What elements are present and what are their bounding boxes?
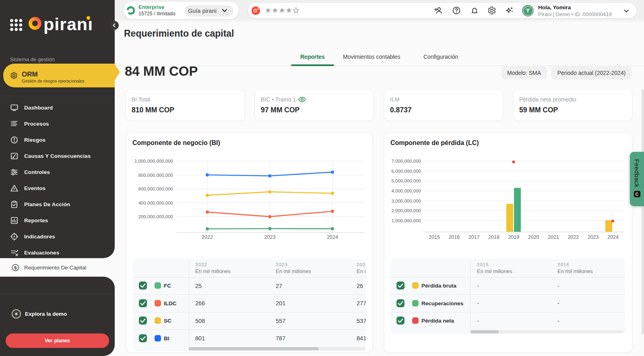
svg-text:2021: 2021 [548,234,559,240]
svg-text:3,000,000,000: 3,000,000,000 [391,199,421,203]
svg-text:800,000,000,000: 800,000,000,000 [138,173,173,178]
svg-text:4,000,000,000: 4,000,000,000 [391,188,421,193]
svg-text:2015: 2015 [429,234,440,240]
svg-text:2018: 2018 [488,234,500,240]
svg-text:5,000,000,000: 5,000,000,000 [391,178,421,183]
svg-text:7,000,000,000: 7,000,000,000 [391,159,421,164]
svg-text:2024: 2024 [607,234,619,240]
svg-text:2016: 2016 [448,234,460,240]
svg-text:2022: 2022 [568,234,579,240]
svg-text:600,000,000,000: 600,000,000,000 [138,186,173,191]
svg-text:2024: 2024 [327,234,338,240]
svg-text:2017: 2017 [469,234,480,240]
svg-text:400,000,000,000: 400,000,000,000 [138,201,173,205]
svg-text:2023: 2023 [588,234,599,240]
svg-text:1,000,000,000: 1,000,000,000 [391,218,421,223]
svg-text:6,000,000,000: 6,000,000,000 [391,169,421,174]
svg-text:200,000,000,000: 200,000,000,000 [138,214,173,219]
svg-text:$: $ [14,265,17,270]
svg-text:2022: 2022 [202,234,213,240]
svg-text:1,000,000,000,000: 1,000,000,000,000 [134,159,173,164]
svg-text:2019: 2019 [508,234,519,240]
svg-text:2023: 2023 [264,234,276,240]
svg-text:2020: 2020 [528,234,539,240]
svg-text:2,000,000,000: 2,000,000,000 [391,208,421,213]
